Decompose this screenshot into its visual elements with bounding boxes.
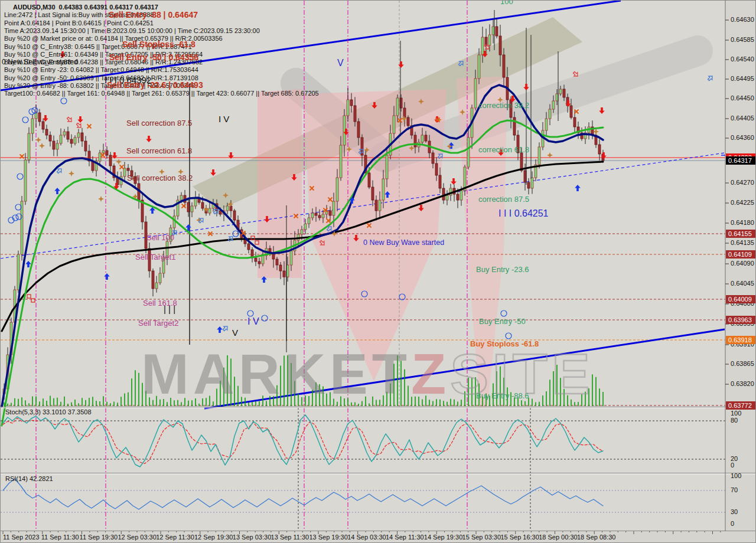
time-tick-label: 14 Sep 11:30 bbox=[386, 534, 424, 541]
candle-body bbox=[70, 139, 73, 143]
candle-body bbox=[84, 141, 87, 151]
candle-body bbox=[460, 191, 462, 200]
candle-body bbox=[123, 168, 126, 176]
time-tick-label: 18 Sep 00:30 bbox=[539, 534, 577, 541]
candle-body bbox=[403, 108, 406, 117]
candle-body bbox=[208, 208, 211, 213]
mt4-chart-window: AUDUSD,M30 0.64383 0.64391 0.64317 0.643… bbox=[0, 0, 756, 543]
rsi-tick-label: 100 bbox=[731, 472, 741, 479]
candle-body bbox=[301, 230, 303, 234]
candle-body bbox=[283, 271, 285, 277]
candle-body bbox=[545, 119, 548, 130]
price-level-box: 0.64009 bbox=[726, 295, 756, 303]
candle-body bbox=[432, 153, 434, 163]
candle-body bbox=[166, 241, 168, 257]
candle-body bbox=[49, 135, 51, 141]
candle-body bbox=[492, 27, 494, 35]
candle-body bbox=[17, 254, 19, 290]
stoch-tick-label: 0 bbox=[731, 462, 734, 469]
candle-body bbox=[63, 132, 66, 135]
price-level-box: 0.64109 bbox=[726, 250, 756, 259]
candle-body bbox=[340, 145, 342, 178]
time-tick-label: 13 Sep 11:30 bbox=[271, 534, 309, 541]
price-level-box: 0.64155 bbox=[726, 230, 756, 238]
candle-body bbox=[510, 100, 512, 117]
candle-body bbox=[286, 265, 289, 277]
candle-body bbox=[145, 222, 147, 248]
candle-body bbox=[67, 132, 69, 139]
candle-body bbox=[524, 171, 526, 182]
candle-body bbox=[382, 179, 384, 200]
candle-body bbox=[386, 155, 388, 179]
candle-body bbox=[56, 143, 58, 149]
candle-body bbox=[379, 200, 381, 211]
time-tick-label: 15 Sep 03:30 bbox=[462, 534, 501, 541]
candle-body bbox=[357, 122, 360, 138]
time-tick-label: 18 Sep 08:30 bbox=[577, 534, 615, 541]
candle-body bbox=[570, 106, 572, 117]
time-tick-label: 13 Sep 19:30 bbox=[309, 534, 347, 541]
candle-body bbox=[276, 259, 278, 265]
price-tick-label: 0.63820 bbox=[731, 380, 754, 387]
candle-body bbox=[53, 141, 55, 149]
chart-canvas[interactable] bbox=[1, 1, 756, 543]
price-tick-label: 0.64135 bbox=[731, 239, 754, 246]
candle-body bbox=[21, 201, 23, 254]
candle-body bbox=[81, 133, 83, 141]
candle-body bbox=[552, 101, 555, 109]
candle-body bbox=[304, 224, 307, 230]
candle-body bbox=[152, 271, 154, 289]
candle-body bbox=[549, 109, 551, 119]
candle-body bbox=[31, 119, 34, 133]
candle-body bbox=[393, 116, 395, 133]
candle-body bbox=[74, 138, 76, 143]
stoch-tick-label: 100 bbox=[731, 410, 741, 417]
candle-body bbox=[488, 35, 491, 45]
candle-body bbox=[414, 135, 416, 147]
candle-body bbox=[598, 145, 601, 154]
candle-body bbox=[109, 155, 112, 166]
price-tick-label: 0.64270 bbox=[731, 179, 754, 186]
candle-body bbox=[77, 133, 80, 138]
candle-body bbox=[350, 100, 353, 106]
candle-body bbox=[474, 78, 477, 108]
candle-body bbox=[311, 213, 314, 218]
price-tick-label: 0.63865 bbox=[731, 360, 754, 367]
candle-body bbox=[503, 55, 505, 77]
time-tick-label: 13 Sep 03:30 bbox=[233, 534, 271, 541]
stoch-tick-label: 80 bbox=[731, 417, 738, 424]
candle-body bbox=[134, 176, 136, 184]
candle-body bbox=[170, 228, 172, 241]
rsi-tick-label: 70 bbox=[731, 486, 738, 493]
price-tick-label: 0.64540 bbox=[731, 55, 754, 63]
time-tick-label: 15 Sep 16:30 bbox=[500, 534, 539, 541]
candle-body bbox=[347, 100, 349, 116]
candle-body bbox=[255, 258, 257, 261]
candle-body bbox=[531, 178, 533, 188]
time-tick-label: 11 Sep 19:30 bbox=[80, 534, 118, 541]
candle-body bbox=[517, 135, 519, 153]
candle-body bbox=[421, 135, 423, 142]
candle-body bbox=[247, 244, 250, 250]
time-tick-label: 14 Sep 03:30 bbox=[347, 534, 386, 541]
rsi-tick-label: 0 bbox=[731, 520, 734, 527]
candle-body bbox=[573, 117, 576, 127]
candle-body bbox=[425, 135, 427, 141]
candle-body bbox=[446, 195, 448, 200]
candle-body bbox=[496, 27, 498, 36]
price-level-box: 0.63918 bbox=[726, 336, 756, 344]
candle-body bbox=[315, 213, 317, 215]
price-tick-label: 0.64180 bbox=[731, 219, 754, 226]
current-price-box: 0.64317 bbox=[726, 156, 756, 165]
candle-body bbox=[155, 283, 158, 289]
price-tick-label: 0.64090 bbox=[731, 260, 754, 267]
candle-body bbox=[559, 89, 562, 94]
candle-body bbox=[226, 206, 229, 211]
candle-body bbox=[354, 106, 356, 122]
candle-body bbox=[467, 138, 470, 167]
candle-body bbox=[520, 153, 523, 171]
candle-body bbox=[131, 171, 133, 176]
price-level-box: 0.63772 bbox=[726, 401, 756, 410]
candle-body bbox=[148, 248, 151, 271]
candle-body bbox=[407, 117, 409, 126]
